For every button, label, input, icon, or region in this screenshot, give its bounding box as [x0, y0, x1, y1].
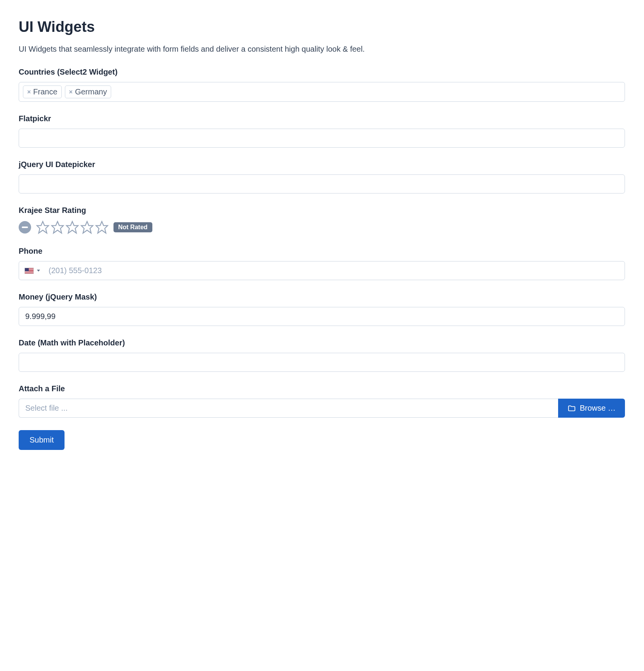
- star-icon[interactable]: [36, 220, 50, 234]
- flatpickr-label: Flatpickr: [19, 114, 625, 123]
- page-title: UI Widgets: [19, 19, 625, 35]
- jquery-datepicker-input[interactable]: [19, 174, 625, 193]
- flatpickr-field: Flatpickr: [19, 114, 625, 148]
- file-field: Attach a File Select file ... Browse …: [19, 384, 625, 418]
- country-tag-label: Germany: [75, 87, 107, 96]
- star-icon[interactable]: [51, 220, 65, 234]
- star-icon[interactable]: [65, 220, 79, 234]
- star-rating-field: Krajee Star Rating Not Rated: [19, 206, 625, 234]
- svg-marker-3: [81, 221, 93, 233]
- phone-input[interactable]: [45, 261, 625, 280]
- file-input[interactable]: Select file ...: [19, 399, 558, 418]
- browse-button[interactable]: Browse …: [558, 399, 625, 418]
- date-math-field: Date (Math with Placeholder): [19, 338, 625, 372]
- flatpickr-input[interactable]: [19, 129, 625, 148]
- country-tag: × France: [23, 85, 62, 98]
- submit-button[interactable]: Submit: [19, 430, 65, 450]
- minus-icon: [22, 227, 28, 228]
- phone-field: Phone: [19, 247, 625, 280]
- jquery-datepicker-label: jQuery UI Datepicker: [19, 160, 625, 169]
- chevron-down-icon: [37, 270, 40, 272]
- svg-marker-2: [66, 221, 78, 233]
- countries-field: Countries (Select2 Widget) × France × Ge…: [19, 68, 625, 102]
- date-math-input[interactable]: [19, 353, 625, 372]
- folder-icon: [567, 404, 576, 413]
- money-label: Money (jQuery Mask): [19, 293, 625, 302]
- star-icon[interactable]: [80, 220, 94, 234]
- country-tag-label: France: [33, 87, 57, 96]
- browse-button-label: Browse …: [580, 404, 616, 413]
- phone-label: Phone: [19, 247, 625, 256]
- svg-marker-4: [96, 221, 108, 233]
- countries-label: Countries (Select2 Widget): [19, 68, 625, 77]
- stars-container: [36, 220, 109, 234]
- countries-select[interactable]: × France × Germany: [19, 82, 625, 102]
- country-code-select[interactable]: [19, 263, 45, 279]
- page-subtitle: UI Widgets that seamlessly integrate wit…: [19, 45, 625, 54]
- money-input[interactable]: [19, 307, 625, 326]
- clear-rating-button[interactable]: [19, 221, 31, 234]
- country-tag: × Germany: [65, 85, 112, 98]
- svg-marker-0: [37, 221, 49, 233]
- file-label: Attach a File: [19, 384, 625, 393]
- svg-marker-1: [52, 221, 63, 233]
- date-math-label: Date (Math with Placeholder): [19, 338, 625, 347]
- jquery-datepicker-field: jQuery UI Datepicker: [19, 160, 625, 193]
- close-icon[interactable]: ×: [27, 89, 31, 95]
- us-flag-icon: [24, 268, 34, 274]
- star-rating-label: Krajee Star Rating: [19, 206, 625, 215]
- rating-badge: Not Rated: [113, 222, 152, 232]
- close-icon[interactable]: ×: [69, 89, 73, 95]
- star-icon[interactable]: [95, 220, 109, 234]
- money-field: Money (jQuery Mask): [19, 293, 625, 326]
